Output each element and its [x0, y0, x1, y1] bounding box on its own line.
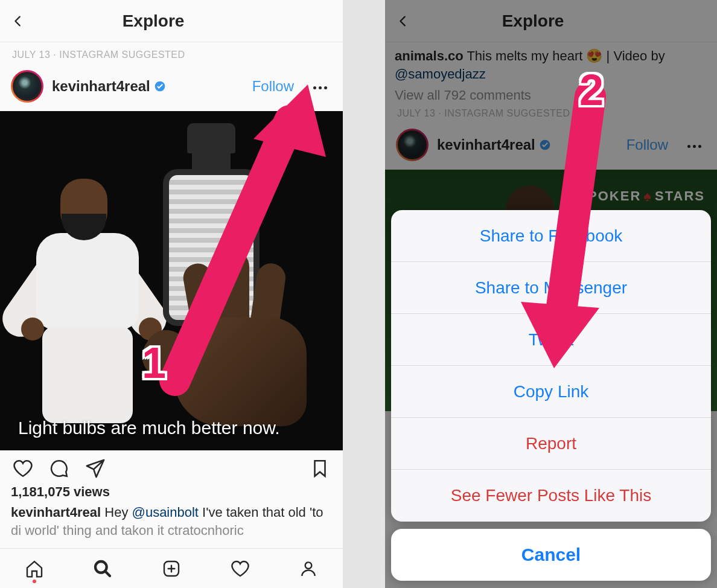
sheet-report[interactable]: Report	[391, 418, 711, 470]
home-icon	[25, 559, 44, 578]
svg-point-3	[305, 562, 312, 569]
nav-new-post[interactable]	[159, 557, 183, 581]
nav-activity[interactable]	[228, 557, 252, 581]
nav-profile[interactable]	[296, 557, 320, 581]
notification-dot-icon	[33, 580, 36, 583]
username-label[interactable]: kevinhart4real	[52, 78, 150, 95]
like-button[interactable]	[10, 455, 36, 482]
verified-badge-icon	[154, 80, 166, 92]
heart-icon	[231, 559, 250, 578]
follow-button[interactable]: Follow	[252, 78, 294, 95]
sheet-share-facebook[interactable]: Share to Facebook	[391, 210, 711, 262]
heart-icon	[13, 458, 33, 479]
views-count[interactable]: 1,181,075 views	[0, 484, 343, 503]
screenshot-step-1: Explore JULY 13 · INSTAGRAM SUGGESTED ke…	[0, 0, 343, 588]
action-sheet-group: Share to Facebook Share to Messenger Twe…	[391, 210, 711, 522]
caption-username: kevinhart4real	[11, 505, 101, 520]
sheet-see-fewer[interactable]: See Fewer Posts Like This	[391, 470, 711, 522]
post-meta: JULY 13 · INSTAGRAM SUGGESTED	[0, 42, 343, 64]
bookmark-icon	[310, 458, 330, 479]
save-button[interactable]	[307, 455, 333, 482]
sheet-share-messenger[interactable]: Share to Messenger	[391, 262, 711, 314]
sheet-cancel-button[interactable]: Cancel	[391, 529, 711, 581]
post-caption[interactable]: kevinhart4real Hey @usainbolt I've taken…	[0, 503, 343, 544]
post-media[interactable]: Light bulbs are much better now.	[0, 111, 343, 450]
profile-icon	[299, 559, 318, 578]
avatar[interactable]	[11, 70, 43, 103]
search-icon	[93, 559, 112, 578]
nav-home[interactable]	[22, 557, 46, 581]
comment-icon	[49, 458, 69, 479]
comment-button[interactable]	[46, 455, 72, 482]
mention-link[interactable]: @usainbolt	[132, 505, 199, 520]
post-more-button[interactable]	[308, 77, 332, 95]
post-author-row: kevinhart4real Follow	[0, 64, 343, 111]
nav-search[interactable]	[91, 557, 115, 581]
video-subtitle: Light bulbs are much better now.	[18, 418, 331, 438]
send-icon	[85, 458, 106, 479]
plus-square-icon	[162, 559, 181, 578]
screenshot-step-2: Explore animals.co This melts my heart 😍…	[385, 0, 717, 588]
share-button[interactable]	[82, 455, 109, 482]
post-actions-row	[0, 450, 343, 484]
page-title: Explore	[0, 11, 307, 31]
explore-header: Explore	[0, 0, 343, 42]
bottom-nav	[0, 548, 343, 588]
action-sheet: Share to Facebook Share to Messenger Twe…	[391, 210, 711, 581]
sheet-copy-link[interactable]: Copy Link	[391, 366, 711, 418]
hand-graphic	[126, 269, 307, 426]
sheet-tweet[interactable]: Tweet	[391, 314, 711, 366]
